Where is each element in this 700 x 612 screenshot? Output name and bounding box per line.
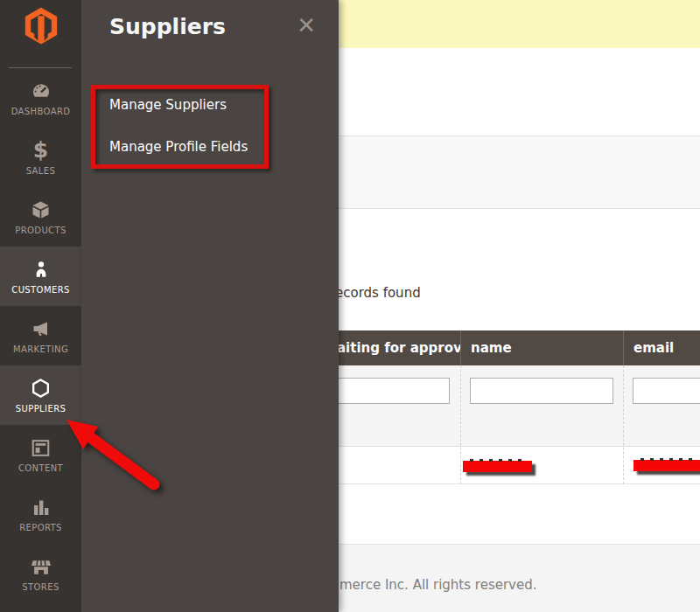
marketing-megaphone-icon xyxy=(30,316,52,341)
annotation-highlight-box xyxy=(91,85,269,169)
filter-name-input[interactable] xyxy=(470,378,613,404)
dashboard-gauge-icon xyxy=(30,79,52,103)
sidebar-item-label: SUPPLIERS xyxy=(16,404,66,414)
sidebar-item-label: PRODUCTS xyxy=(15,226,66,235)
redaction-bar-email xyxy=(634,460,700,471)
column-header-waiting-for-approval[interactable]: aiting for approval xyxy=(339,330,460,365)
suppliers-hexagon-icon xyxy=(30,376,52,400)
magento-logo[interactable] xyxy=(0,0,81,68)
content-layout-icon xyxy=(30,435,52,460)
records-count-text: ecords found xyxy=(339,285,421,301)
magento-admin-screen: ecords found aiting for approval name em… xyxy=(0,0,700,612)
grid-filter-row xyxy=(339,365,700,447)
sidebar-item-label: MARKETING xyxy=(13,344,68,354)
customers-person-icon xyxy=(32,257,51,282)
sidebar-item-stores[interactable]: STORES xyxy=(0,544,81,603)
sidebar-item-label: SALES xyxy=(26,166,56,176)
column-separator xyxy=(460,365,461,484)
filter-email-input[interactable] xyxy=(633,378,700,404)
sidebar-item-products[interactable]: PRODUCTS xyxy=(0,187,81,247)
table-row[interactable] xyxy=(339,447,700,484)
column-separator xyxy=(623,365,624,484)
sidebar-item-marketing[interactable]: MARKETING xyxy=(0,306,81,365)
toolbar-band xyxy=(339,136,700,209)
redaction-bar-name xyxy=(463,461,532,472)
stores-storefront-icon xyxy=(30,554,52,579)
page-footer: merce Inc. All rights reserved. xyxy=(339,544,700,612)
filter-waiting-for-approval-input[interactable] xyxy=(339,378,450,404)
reports-chart-icon xyxy=(31,495,52,519)
sidebar-item-label: STORES xyxy=(22,582,59,592)
sidebar-item-reports[interactable]: REPORTS xyxy=(0,484,81,544)
sales-dollar-icon: $ xyxy=(33,138,48,163)
grid-header-row: aiting for approval name email xyxy=(339,330,700,365)
close-icon[interactable]: ✕ xyxy=(297,12,316,38)
column-header-name[interactable]: name xyxy=(460,330,623,365)
main-content: ecords found aiting for approval name em… xyxy=(339,0,700,612)
flyout-title: Suppliers xyxy=(109,14,226,39)
column-header-email[interactable]: email xyxy=(623,330,700,365)
products-box-icon xyxy=(30,198,52,222)
sidebar-item-sales[interactable]: $ SALES xyxy=(0,128,81,187)
sidebar-item-content[interactable]: CONTENT xyxy=(0,425,81,484)
copyright-text: merce Inc. All rights reserved. xyxy=(340,577,537,593)
admin-sidebar: DASHBOARD $ SALES PRODUCTS xyxy=(0,0,81,612)
magento-logo-icon xyxy=(24,6,59,46)
sidebar-item-label: CUSTOMERS xyxy=(11,285,69,295)
sidebar-item-label: CONTENT xyxy=(18,463,63,473)
notification-bar xyxy=(339,0,700,48)
sidebar-item-customers[interactable]: CUSTOMERS xyxy=(0,247,81,306)
sidebar-item-suppliers[interactable]: SUPPLIERS xyxy=(0,365,81,425)
sidebar-divider xyxy=(9,67,72,68)
sidebar-item-dashboard[interactable]: DASHBOARD xyxy=(0,68,81,128)
sidebar-item-label: REPORTS xyxy=(19,523,62,532)
sidebar-item-label: DASHBOARD xyxy=(11,107,71,116)
